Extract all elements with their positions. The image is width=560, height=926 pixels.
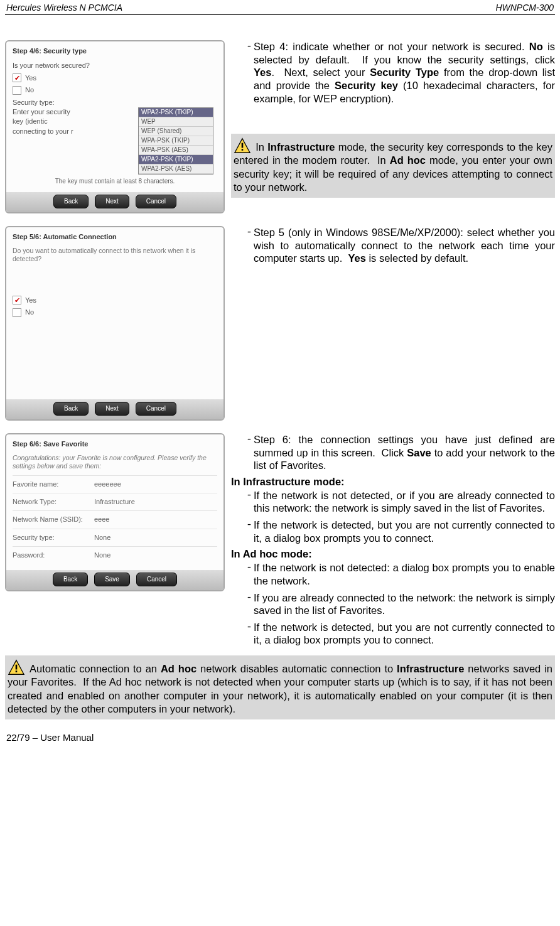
- notice-infrastructure-key: In Infrastructure mode, the security key…: [231, 134, 555, 198]
- bullet-dash: -: [231, 591, 254, 617]
- back-button: Back: [53, 573, 88, 586]
- infrastructure-heading: In Infrastructure mode:: [231, 476, 555, 488]
- security-type-label: Security type:: [13, 98, 217, 107]
- dropdown-option: WPA-PSK (TKIP): [139, 136, 213, 146]
- cancel-button: Cancel: [136, 195, 176, 208]
- mock-title: Step 6/6: Save Favorite: [13, 439, 217, 449]
- cancel-button: Cancel: [136, 402, 176, 416]
- svg-rect-2: [242, 149, 244, 151]
- radio-empty-icon: [13, 308, 21, 317]
- save-button: Save: [94, 573, 130, 586]
- bullet-dash: -: [231, 226, 254, 265]
- cancel-button: Cancel: [136, 573, 177, 586]
- notice2-text: Automatic connection to an Ad hoc networ…: [8, 663, 552, 714]
- kv-row: Password:None: [13, 546, 217, 564]
- adhoc-item: If the network is detected, but you are …: [254, 621, 555, 647]
- bullet-dash: -: [231, 489, 254, 515]
- page-footer: 22/79 – User Manual: [0, 719, 560, 749]
- bullet-dash: -: [231, 40, 254, 105]
- bullet-dash: -: [231, 519, 254, 544]
- bullet-dash: -: [231, 621, 254, 647]
- warning-icon: [234, 137, 251, 154]
- mock-title: Step 4/6: Security type: [13, 46, 217, 56]
- radio-empty-icon: [13, 86, 21, 95]
- adhoc-item: If you are already connected to the netw…: [254, 591, 555, 617]
- step6-text: Step 6: the connection settings you have…: [254, 433, 555, 472]
- dropdown-option: WEP (Shared): [139, 127, 213, 136]
- enter-key-label: Enter your security key (identic connect…: [13, 107, 75, 175]
- bullet-dash: -: [231, 561, 254, 587]
- svg-rect-5: [16, 670, 18, 672]
- radio-no-label: No: [25, 308, 34, 317]
- mock-title: Step 5/6: Automatic Connection: [13, 232, 217, 242]
- kv-row: Network Type:Infrastructure: [13, 493, 217, 510]
- radio-yes-label: Yes: [25, 296, 36, 305]
- back-button: Back: [53, 195, 89, 208]
- back-button: Back: [53, 402, 89, 416]
- header-divider: [5, 14, 555, 15]
- dropdown-option: WPA2-PSK (TKIP): [139, 155, 213, 164]
- doc-product: Hercules Wireless N PCMCIA: [6, 3, 122, 13]
- screenshot-step6: Step 6/6: Save Favorite Congratulations:…: [5, 433, 225, 592]
- notice1-text: In Infrastructure mode, the security key…: [234, 141, 552, 193]
- key-hint: The key must contain at least 8 characte…: [13, 177, 217, 186]
- svg-rect-4: [16, 665, 18, 670]
- mock-question: Do you want to automatically connect to …: [13, 247, 217, 262]
- check-icon: ✔: [13, 73, 21, 82]
- radio-no-label: No: [25, 85, 34, 95]
- infra-item: If the network is detected, but you are …: [254, 519, 555, 544]
- dropdown-option: WPA-PSK (AES): [139, 146, 213, 155]
- infra-item: If the network is not detected, or if yo…: [254, 489, 555, 515]
- doc-model: HWNPCM-300: [495, 3, 554, 13]
- security-type-dropdown: WPA2-PSK (TKIP) WEP WEP (Shared) WPA-PSK…: [138, 107, 213, 175]
- mock-question: Is your network secured?: [13, 61, 217, 70]
- screenshot-step4: Step 4/6: Security type Is your network …: [5, 40, 225, 213]
- mock-note: Congratulations: your Favorite is now co…: [13, 454, 217, 470]
- bullet-dash: -: [231, 433, 254, 472]
- notice-adhoc-auto: Automatic connection to an Ad hoc networ…: [5, 655, 555, 719]
- adhoc-item: If the network is not detected: a dialog…: [254, 561, 555, 587]
- kv-row: Favorite name:eeeeeee: [13, 475, 217, 493]
- screenshot-step5: Step 5/6: Automatic Connection Do you wa…: [5, 226, 225, 421]
- dropdown-option: WPA2-PSK (AES): [139, 164, 213, 174]
- step5-text: Step 5 (only in Windows 98SE/Me/XP/2000)…: [254, 226, 555, 265]
- dropdown-option: WPA2-PSK (TKIP): [139, 108, 213, 117]
- next-button: Next: [95, 195, 129, 208]
- check-icon: ✔: [13, 296, 21, 304]
- dropdown-option: WEP: [139, 117, 213, 127]
- kv-row: Network Name (SSID):eeee: [13, 510, 217, 528]
- next-button: Next: [95, 402, 129, 416]
- svg-rect-1: [242, 143, 244, 148]
- radio-yes-label: Yes: [25, 73, 36, 83]
- warning-icon: [8, 659, 25, 676]
- step4-text: Step 4: indicate whether or not your net…: [254, 40, 555, 105]
- adhoc-heading: In Ad hoc mode:: [231, 548, 555, 560]
- kv-row: Security type:None: [13, 529, 217, 546]
